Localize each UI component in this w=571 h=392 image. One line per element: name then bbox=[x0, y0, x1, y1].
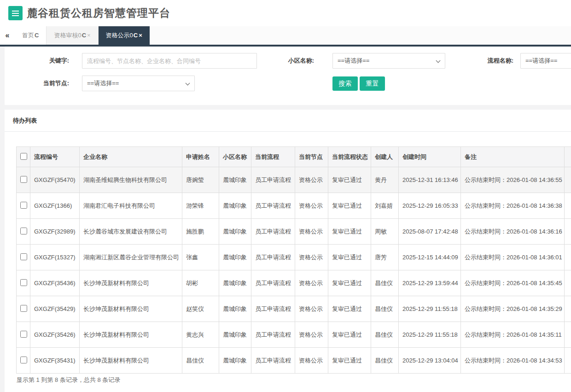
chevron-down-icon bbox=[436, 59, 441, 63]
cell-process-no: GXGZF(35436) bbox=[30, 270, 80, 296]
cell-current-node: 资格公示 bbox=[295, 219, 328, 245]
cell-created-at: 2025-12-15 14:44:09 bbox=[399, 245, 461, 270]
cell-remark: 公示结束时间：2026-01-08 14:36:16 bbox=[461, 219, 565, 245]
refresh-icon[interactable]: C bbox=[134, 32, 138, 39]
row-actions-cell bbox=[565, 296, 571, 322]
cell-creator: 昌佳仪 bbox=[371, 296, 399, 322]
cell-process-no: GXGZF(32989) bbox=[30, 219, 80, 245]
cell-current-flow: 员工申请流程 bbox=[251, 296, 295, 322]
cell-created-at: 2025-12-29 13:04:04 bbox=[399, 348, 461, 374]
cell-creator: 黄丹 bbox=[371, 167, 399, 193]
row-checkbox[interactable] bbox=[20, 202, 27, 209]
row-checkbox-cell bbox=[17, 245, 30, 270]
row-actions-cell bbox=[565, 348, 571, 374]
row-checkbox[interactable] bbox=[20, 279, 27, 286]
cell-company: 长沙麓谷城市发展建设有限公司 bbox=[80, 219, 182, 245]
cell-current-flow: 员工申请流程 bbox=[251, 348, 295, 374]
cell-applicant: 赵笑仪 bbox=[182, 296, 219, 322]
tab-qualification-publicity[interactable]: 资格公示0C× bbox=[99, 26, 150, 47]
chevron-down-icon bbox=[186, 81, 190, 86]
cell-remark: 公示结束时间：2026-01-08 14:35:29 bbox=[461, 296, 565, 322]
community-select[interactable]: ==请选择== bbox=[332, 53, 445, 69]
column-header-current-flow: 当前流程 bbox=[251, 147, 295, 167]
cell-company: 长沙坤茂新材料有限公司 bbox=[80, 296, 182, 322]
cell-community: 麓城印象 bbox=[219, 322, 251, 348]
column-header-process-no: 流程编号 bbox=[30, 147, 80, 167]
tabbar: « 首页C 资格审核0C× 资格公示0C× bbox=[0, 26, 571, 47]
cell-created-at: 2025-12-29 16:05:33 bbox=[399, 193, 461, 219]
community-select-value: ==请选择== bbox=[338, 57, 369, 64]
keyword-label: 关键字: bbox=[14, 53, 69, 69]
column-header-creator: 创建人 bbox=[371, 147, 399, 167]
column-header-actions bbox=[565, 147, 571, 167]
tab-label: 资格审核0 bbox=[54, 32, 81, 39]
cell-community: 麓城印象 bbox=[219, 193, 251, 219]
tab-qualification-review[interactable]: 资格审核0C× bbox=[47, 26, 98, 45]
cell-remark: 公示结束时间：2026-01-08 14:35:11 bbox=[461, 322, 565, 348]
cell-creator: 刘嘉婧 bbox=[371, 193, 399, 219]
cell-applicant: 黄志兴 bbox=[182, 322, 219, 348]
cell-flow-status: 复审已通过 bbox=[328, 167, 371, 193]
table-row: GXGZF(15327)湖南湘江新区麓谷企业管理有限公司张鑫麓城印象员工申请流程… bbox=[17, 245, 571, 270]
cell-flow-status: 复审已通过 bbox=[328, 348, 371, 374]
column-header-remark: 备注 bbox=[461, 147, 565, 167]
cell-community: 麓城印象 bbox=[219, 296, 251, 322]
node-select-value: ==请选择== bbox=[87, 80, 119, 87]
community-label: 小区名称: bbox=[277, 53, 314, 69]
row-checkbox[interactable] bbox=[20, 228, 27, 234]
cell-community: 麓城印象 bbox=[219, 167, 251, 193]
hamburger-menu-icon[interactable] bbox=[8, 6, 23, 20]
cell-remark: 公示结束时间：2026-01-08 14:36:55 bbox=[461, 167, 565, 193]
column-header-created-at: 创建时间 bbox=[399, 147, 461, 167]
cell-company: 长沙坤茂新材料有限公司 bbox=[80, 348, 182, 374]
cell-applicant: 昌佳仪 bbox=[182, 348, 219, 374]
cell-current-node: 资格公示 bbox=[295, 193, 328, 219]
row-checkbox[interactable] bbox=[20, 305, 27, 312]
cell-current-flow: 员工申请流程 bbox=[251, 270, 295, 296]
flow-select[interactable]: ==请选择== bbox=[520, 53, 571, 69]
select-all-checkbox[interactable] bbox=[20, 153, 27, 160]
table-row: GXGZF(35426)长沙坤茂新材料有限公司黄志兴麓城印象员工申请流程资格公示… bbox=[17, 322, 571, 348]
search-button[interactable]: 搜索 bbox=[332, 76, 358, 91]
panel-title: 待办列表 bbox=[5, 110, 571, 132]
cell-process-no: GXGZF(35431) bbox=[30, 348, 80, 374]
row-checkbox-cell bbox=[17, 296, 30, 322]
row-checkbox-cell bbox=[17, 167, 30, 193]
row-checkbox[interactable] bbox=[20, 176, 27, 183]
cell-applicant: 施胜鹏 bbox=[182, 219, 219, 245]
cell-process-no: GXGZF(35429) bbox=[30, 296, 80, 322]
close-icon[interactable]: × bbox=[139, 32, 142, 39]
close-icon[interactable]: × bbox=[87, 32, 91, 39]
refresh-icon[interactable]: C bbox=[35, 32, 39, 39]
cell-current-node: 资格公示 bbox=[295, 167, 328, 193]
row-checkbox[interactable] bbox=[20, 331, 27, 338]
cell-creator: 周敏 bbox=[371, 219, 399, 245]
cell-flow-status: 复审已通过 bbox=[328, 270, 371, 296]
cell-company: 湖南君汇电子科技有限公司 bbox=[80, 193, 182, 219]
keyword-input[interactable] bbox=[82, 53, 257, 69]
app-header: 麓谷租赁公租房智慧管理平台 bbox=[0, 0, 571, 26]
tab-home[interactable]: 首页C bbox=[15, 26, 47, 45]
cell-applicant: 唐婉莹 bbox=[182, 167, 219, 193]
cell-flow-status: 复审已通过 bbox=[328, 296, 371, 322]
flow-select-value: ==请选择== bbox=[525, 57, 557, 64]
cell-current-flow: 员工申请流程 bbox=[251, 219, 295, 245]
row-actions-cell bbox=[565, 270, 571, 296]
cell-process-no: GXGZF(35426) bbox=[30, 322, 80, 348]
row-checkbox[interactable] bbox=[20, 253, 27, 260]
node-select[interactable]: ==请选择== bbox=[82, 76, 195, 91]
tab-label: 首页 bbox=[22, 32, 34, 39]
column-header-company: 企业名称 bbox=[80, 147, 182, 167]
reset-button[interactable]: 重置 bbox=[360, 76, 385, 91]
row-actions-cell bbox=[565, 219, 571, 245]
cell-flow-status: 复审已通过 bbox=[328, 193, 371, 219]
cell-creator: 昌佳仪 bbox=[371, 348, 399, 374]
page-title: 麓谷租赁公租房智慧管理平台 bbox=[27, 6, 170, 20]
cell-remark: 公示结束时间：2026-01-08 14:34:53 bbox=[461, 348, 565, 374]
row-checkbox[interactable] bbox=[20, 357, 27, 363]
collapse-tabs-icon[interactable]: « bbox=[0, 26, 15, 45]
todo-list-panel: 待办列表 流程编号企业名称申请姓名小区名称当前流程当前节点当前流程状态创建人创建… bbox=[5, 110, 571, 392]
refresh-icon[interactable]: C bbox=[82, 32, 86, 39]
cell-company: 湖南圣维鲲腾生物科技有限公司 bbox=[80, 167, 182, 193]
row-actions-cell bbox=[565, 167, 571, 193]
